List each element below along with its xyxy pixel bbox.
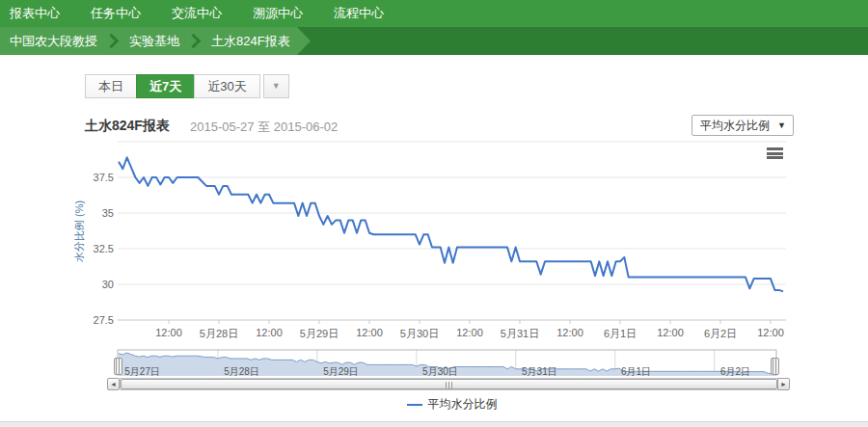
date-range-button-group: 本日 近7天 近30天 ▼ — [85, 74, 289, 98]
y-axis-tick-label: 27.5 — [94, 314, 114, 326]
navigator-series-line — [119, 353, 776, 374]
series-select[interactable]: 平均水分比例 ▼ — [692, 115, 794, 136]
breadcrumb-bar: 中国农大段教授 实验基地 土水824F报表 — [0, 27, 868, 55]
nav-item-trace-center[interactable]: 溯源中心 — [237, 0, 318, 27]
navigator-day-label: 5月27日 — [124, 365, 160, 379]
moisture-line-chart — [0, 0, 868, 427]
nav-item-exchange-center[interactable]: 交流中心 — [156, 0, 237, 27]
navigator-day-label: 5月31日 — [522, 365, 557, 379]
y-axis-tick-label: 37.5 — [94, 172, 114, 183]
scrollbar-thumb[interactable] — [121, 379, 777, 389]
navigator-day-label: 6月1日 — [621, 365, 651, 379]
x-axis-tick-label: 12:00 — [456, 327, 483, 338]
legend-line-marker — [407, 404, 422, 406]
chevron-down-icon: ▼ — [777, 116, 786, 135]
range-button-today[interactable]: 本日 — [85, 74, 137, 98]
report-date-range: 2015-05-27 至 2015-06-02 — [190, 119, 338, 136]
hamburger-icon — [767, 156, 783, 159]
y-axis-title: 水分比例 (%) — [72, 188, 87, 275]
scrollbar-right-arrow[interactable]: ► — [777, 378, 790, 390]
hamburger-icon — [767, 147, 783, 150]
x-axis-tick-label: 12:00 — [757, 327, 784, 338]
x-axis-tick-label: 12:00 — [356, 327, 383, 338]
legend-item-average-moisture[interactable]: 平均水分比例 — [118, 396, 786, 413]
chart-axis-labels: 37.53532.53027.512:005月28日12:005月29日12:0… — [0, 0, 868, 427]
nav-item-process-center[interactable]: 流程中心 — [318, 0, 399, 27]
x-axis-tick-label: 5月30日 — [400, 327, 439, 341]
x-axis-tick-label: 6月2日 — [704, 327, 737, 341]
hamburger-icon — [767, 152, 783, 155]
bottom-divider — [0, 421, 868, 427]
navigator-left-handle[interactable] — [114, 358, 122, 375]
breadcrumb-item-base[interactable]: 实验基地 — [129, 33, 179, 50]
main-series-line — [119, 157, 783, 291]
chevron-right-icon — [104, 34, 120, 49]
range-button-7days[interactable]: 近7天 — [136, 74, 195, 98]
nav-item-report-center[interactable]: 报表中心 — [0, 0, 75, 27]
scrollbar-left-arrow[interactable]: ◄ — [107, 378, 120, 390]
range-dropdown-button[interactable]: ▼ — [263, 74, 289, 98]
navigator-day-label: 5月30日 — [422, 365, 458, 379]
x-axis-tick-label: 5月28日 — [200, 327, 238, 341]
x-axis-tick-label: 12:00 — [556, 327, 583, 338]
breadcrumb: 中国农大段教授 实验基地 土水824F报表 — [0, 27, 311, 55]
navigator-day-label: 5月29日 — [323, 365, 359, 379]
nav-item-task-center[interactable]: 任务中心 — [75, 0, 156, 27]
breadcrumb-item-professor[interactable]: 中国农大段教授 — [10, 33, 97, 50]
x-axis-tick-label: 12:00 — [256, 327, 283, 338]
navigator-day-label: 5月28日 — [224, 365, 259, 379]
range-button-30days[interactable]: 近30天 — [194, 74, 259, 98]
grip-icon — [446, 382, 453, 388]
top-navigation-bar: 报表中心 任务中心 交流中心 溯源中心 流程中心 — [0, 0, 868, 27]
series-select-value: 平均水分比例 — [700, 119, 770, 132]
x-axis-tick-label: 12:00 — [155, 327, 182, 338]
y-axis-tick-label: 35 — [102, 207, 114, 219]
y-axis-tick-label: 30 — [102, 279, 114, 290]
x-axis-tick-label: 12:00 — [657, 327, 684, 338]
breadcrumb-item-report[interactable]: 土水824F报表 — [211, 33, 290, 50]
x-axis-tick-label: 5月29日 — [300, 327, 339, 341]
navigator-area[interactable] — [119, 353, 776, 376]
chevron-right-icon — [186, 34, 202, 49]
legend-label: 平均水分比例 — [428, 396, 498, 413]
navigator-day-label: 6月2日 — [720, 365, 750, 379]
x-axis-tick-label: 5月31日 — [501, 327, 539, 341]
navigator-right-handle[interactable] — [771, 358, 779, 375]
y-axis-tick-label: 32.5 — [94, 243, 114, 254]
chart-context-menu-button[interactable] — [766, 147, 784, 161]
x-axis-tick-label: 6月1日 — [604, 327, 637, 341]
page-title: 土水824F报表 — [85, 118, 170, 135]
